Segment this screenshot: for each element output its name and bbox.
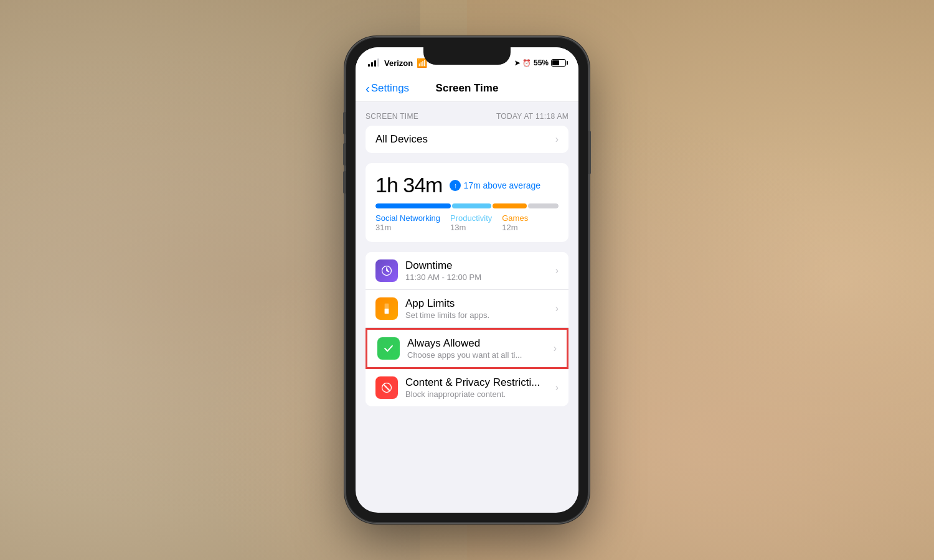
content-privacy-icon [375,376,398,399]
downtime-text: Downtime 11:30 AM - 12:00 PM [405,259,548,282]
iphone: Verizon 📶 11:50 AM ➤ ⏰ 55% ‹ Settings [346,37,588,523]
downtime-icon [375,259,398,282]
status-left: Verizon 📶 [368,58,427,68]
page-title: Screen Time [436,82,499,95]
legend-productivity-value: 13m [450,223,492,232]
above-average-text: 17m above average [463,180,540,190]
downtime-title: Downtime [405,259,548,272]
back-button[interactable]: ‹ Settings [366,82,409,95]
status-right: ➤ ⏰ 55% [514,58,566,67]
downtime-chevron: › [555,265,559,276]
app-limits-subtitle: Set time limits for apps. [405,310,548,320]
legend-games-label: Games [502,213,528,223]
signal-bar-4 [377,58,379,67]
content-privacy-chevron: › [555,382,559,393]
content-privacy-subtitle: Block inappropriate content. [405,390,548,399]
back-label: Settings [371,82,409,95]
svg-rect-2 [385,309,389,314]
signal-bar-2 [371,62,373,67]
legend-social-value: 31m [375,223,440,232]
phone-screen: Verizon 📶 11:50 AM ➤ ⏰ 55% ‹ Settings [356,47,578,513]
legend-games-value: 12m [502,223,528,232]
legend-productivity: Productivity 13m [450,213,492,232]
signal-bars [368,59,379,67]
nav-bar: ‹ Settings Screen Time [356,75,578,102]
always-allowed-icon [377,337,400,360]
content-privacy-title: Content & Privacy Restricti... [405,376,548,389]
legend-social-label: Social Networking [375,213,440,223]
bar-social-networking [375,203,451,208]
always-allowed-subtitle: Choose apps you want at all ti... [407,350,546,360]
menu-item-downtime[interactable]: Downtime 11:30 AM - 12:00 PM › [366,252,568,290]
downtime-subtitle: 11:30 AM - 12:00 PM [405,273,548,282]
legend-games: Games 12m [502,213,528,232]
screen-body: SCREEN TIME Today at 11:18 AM All Device… [356,102,578,513]
menu-item-app-limits[interactable]: App Limits Set time limits for apps. › [366,290,568,328]
app-limits-text: App Limits Set time limits for apps. [405,297,548,320]
always-allowed-chevron: › [554,343,557,354]
avg-icon: ↑ [450,180,461,191]
menu-item-always-allowed[interactable]: Always Allowed Choose apps you want at a… [366,328,568,369]
svg-line-4 [384,385,389,390]
usage-section: 1h 34m ↑ 17m above average [366,163,568,242]
battery-icon [551,59,566,67]
battery-fill [552,60,559,65]
menu-item-content-privacy[interactable]: Content & Privacy Restricti... Block ina… [366,369,568,406]
always-allowed-title: Always Allowed [407,337,546,350]
all-devices-section: All Devices › [366,126,568,153]
bar-other [528,203,559,208]
bar-productivity [452,203,491,208]
alarm-icon: ⏰ [522,59,531,67]
content-privacy-text: Content & Privacy Restricti... Block ina… [405,376,548,399]
bar-games [493,203,527,208]
above-average-indicator: ↑ 17m above average [450,180,540,191]
back-chevron-icon: ‹ [366,82,370,95]
battery-percent: 55% [534,58,549,67]
all-devices-row[interactable]: All Devices › [366,126,568,153]
all-devices-label: All Devices [375,133,428,146]
notch [423,47,511,65]
usage-legend: Social Networking 31m Productivity 13m G… [375,213,559,232]
menu-section: Downtime 11:30 AM - 12:00 PM › [366,252,568,406]
app-limits-icon [375,297,398,320]
section-header-right: Today at 11:18 AM [496,112,568,121]
app-limits-title: App Limits [405,297,548,310]
usage-progress-bars [375,203,559,208]
legend-social: Social Networking 31m [375,213,440,232]
section-header: SCREEN TIME Today at 11:18 AM [356,102,578,126]
app-limits-chevron: › [555,303,559,314]
signal-bar-3 [374,60,376,67]
usage-time-row: 1h 34m ↑ 17m above average [375,173,559,197]
section-header-left: SCREEN TIME [366,112,418,121]
location-icon: ➤ [514,59,520,67]
usage-time-display: 1h 34m [375,173,442,197]
always-allowed-text: Always Allowed Choose apps you want at a… [407,337,546,360]
signal-bar-1 [368,64,370,67]
legend-productivity-label: Productivity [450,213,492,223]
all-devices-chevron: › [555,134,559,145]
phone-wrapper: Verizon 📶 11:50 AM ➤ ⏰ 55% ‹ Settings [346,37,588,523]
carrier-label: Verizon [384,58,413,68]
